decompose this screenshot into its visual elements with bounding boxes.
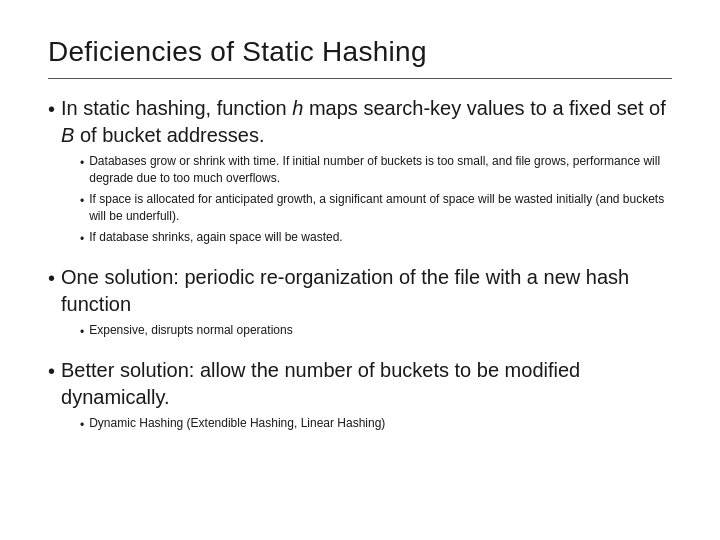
sub-bullets-1: • Databases grow or shrink with time. If… (80, 153, 672, 246)
sub-bullet-3-1-text: Dynamic Hashing (Extendible Hashing, Lin… (89, 415, 385, 432)
bullet-1: • In static hashing, function h maps sea… (48, 95, 672, 149)
sub-bullet-1-1: • Databases grow or shrink with time. If… (80, 153, 672, 188)
sub-bullet-1-1-dot: • (80, 156, 84, 170)
bullet-1-text: In static hashing, function h maps searc… (61, 95, 672, 149)
sub-bullet-2-1-text: Expensive, disrupts normal operations (89, 322, 292, 339)
sub-bullet-1-2-text: If space is allocated for anticipated gr… (89, 191, 672, 226)
sub-bullet-1-3-dot: • (80, 232, 84, 246)
sub-bullet-1-3-text: If database shrinks, again space will be… (89, 229, 342, 246)
sub-bullet-2-1-dot: • (80, 325, 84, 339)
bullet-2-text: One solution: periodic re-organization o… (61, 264, 672, 318)
sub-bullet-1-2-dot: • (80, 194, 84, 208)
italic-b: B (61, 124, 74, 146)
section-2: • One solution: periodic re-organization… (48, 264, 672, 343)
sub-bullets-3: • Dynamic Hashing (Extendible Hashing, L… (80, 415, 672, 432)
slide-content: • In static hashing, function h maps sea… (48, 95, 672, 512)
slide: Deficiencies of Static Hashing • In stat… (0, 0, 720, 540)
bullet-2-dot: • (48, 265, 55, 291)
sub-bullet-3-1-dot: • (80, 418, 84, 432)
bullet-2: • One solution: periodic re-organization… (48, 264, 672, 318)
slide-title: Deficiencies of Static Hashing (48, 36, 672, 68)
bullet-1-dot: • (48, 96, 55, 122)
bullet-3-text: Better solution: allow the number of buc… (61, 357, 672, 411)
sub-bullet-1-1-text: Databases grow or shrink with time. If i… (89, 153, 672, 188)
sub-bullet-1-2: • If space is allocated for anticipated … (80, 191, 672, 226)
sub-bullet-2-1: • Expensive, disrupts normal operations (80, 322, 672, 339)
sub-bullets-2: • Expensive, disrupts normal operations (80, 322, 672, 339)
bullet-3-dot: • (48, 358, 55, 384)
section-1: • In static hashing, function h maps sea… (48, 95, 672, 250)
italic-h: h (292, 97, 303, 119)
bullet-3: • Better solution: allow the number of b… (48, 357, 672, 411)
sub-bullet-3-1: • Dynamic Hashing (Extendible Hashing, L… (80, 415, 672, 432)
section-3: • Better solution: allow the number of b… (48, 357, 672, 436)
sub-bullet-1-3: • If database shrinks, again space will … (80, 229, 672, 246)
title-divider (48, 78, 672, 79)
